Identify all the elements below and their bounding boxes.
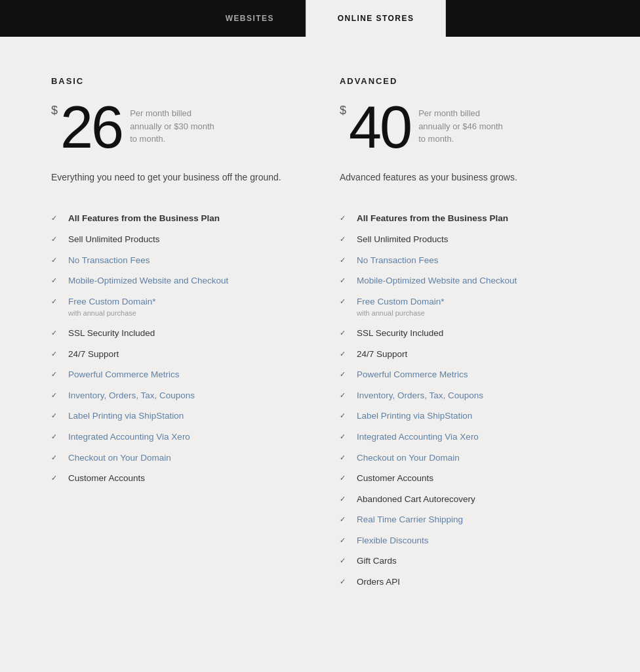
feature-label: SSL Security Included xyxy=(68,327,300,340)
main-content: BASIC $ 26 Per month billed annually or … xyxy=(25,37,615,631)
list-item: ✓ All Features from the Business Plan xyxy=(340,208,589,229)
checkmark-icon: ✓ xyxy=(51,369,60,380)
checkmark-icon: ✓ xyxy=(340,473,349,484)
feature-label: Free Custom Domain* with annual purchase xyxy=(357,295,589,320)
checkmark-icon: ✓ xyxy=(340,453,349,463)
list-item: ✓ Sell Unlimited Products xyxy=(340,229,589,250)
list-item: ✓ Sell Unlimited Products xyxy=(51,229,300,250)
checkmark-icon: ✓ xyxy=(340,577,349,587)
plan-basic-features: ✓ All Features from the Business Plan ✓ … xyxy=(51,208,300,488)
list-item: ✓ Inventory, Orders, Tax, Coupons xyxy=(340,385,589,406)
feature-label: Customer Accounts xyxy=(68,472,300,485)
plan-basic-tagline: Everything you need to get your business… xyxy=(51,170,300,184)
checkmark-icon: ✓ xyxy=(340,411,349,421)
list-item: ✓ SSL Security Included xyxy=(340,323,589,344)
checkmark-icon: ✓ xyxy=(340,255,349,266)
list-item: ✓ Orders API xyxy=(340,572,589,593)
plan-advanced-dollar: $ xyxy=(340,104,346,116)
feature-sub-text: with annual purchase xyxy=(357,308,589,319)
list-item: ✓ Powerful Commerce Metrics xyxy=(51,364,300,385)
list-item: ✓ Label Printing via ShipStation xyxy=(51,406,300,427)
feature-label: Integrated Accounting Via Xero xyxy=(68,430,300,444)
list-item: ✓ Checkout on Your Domain xyxy=(340,448,589,469)
feature-label: 24/7 Support xyxy=(68,348,300,361)
checkmark-icon: ✓ xyxy=(51,349,60,360)
checkmark-icon: ✓ xyxy=(340,213,349,224)
plan-basic-price-row: $ 26 Per month billed annually or $30 mo… xyxy=(51,98,300,157)
list-item: ✓ Integrated Accounting Via Xero xyxy=(51,427,300,448)
feature-link-text: Free Custom Domain* xyxy=(68,297,156,306)
list-item: ✓ 24/7 Support xyxy=(340,344,589,365)
checkmark-icon: ✓ xyxy=(340,390,349,401)
feature-label: Label Printing via ShipStation xyxy=(357,410,589,423)
checkmark-icon: ✓ xyxy=(51,411,60,421)
feature-label: No Transaction Fees xyxy=(68,254,300,267)
checkmark-icon: ✓ xyxy=(340,369,349,380)
checkmark-icon: ✓ xyxy=(51,453,60,463)
top-nav: WEBSITES ONLINE STORES xyxy=(0,0,640,37)
checkmark-icon: ✓ xyxy=(51,276,60,286)
feature-sub-text: with annual purchase xyxy=(68,308,300,319)
list-item: ✓ Mobile-Optimized Website and Checkout xyxy=(51,270,300,291)
checkmark-icon: ✓ xyxy=(51,297,60,307)
checkmark-icon: ✓ xyxy=(340,556,349,566)
list-item: ✓ Free Custom Domain* with annual purcha… xyxy=(51,291,300,324)
list-item: ✓ Real Time Carrier Shipping xyxy=(340,509,589,530)
plan-advanced-number: 40 xyxy=(349,98,410,157)
feature-label: Customer Accounts xyxy=(357,472,589,485)
feature-label: Orders API xyxy=(357,576,589,589)
feature-label: No Transaction Fees xyxy=(357,254,589,267)
feature-label: Mobile-Optimized Website and Checkout xyxy=(68,274,300,287)
feature-label: Integrated Accounting Via Xero xyxy=(357,430,589,444)
plan-advanced-price-row: $ 40 Per month billed annually or $46 mo… xyxy=(340,98,589,157)
list-item: ✓ All Features from the Business Plan xyxy=(51,208,300,229)
list-item: ✓ SSL Security Included xyxy=(51,323,300,344)
checkmark-icon: ✓ xyxy=(51,432,60,442)
checkmark-icon: ✓ xyxy=(340,234,349,245)
feature-label: Checkout on Your Domain xyxy=(357,452,589,465)
feature-label: Powerful Commerce Metrics xyxy=(68,368,300,381)
feature-label: 24/7 Support xyxy=(357,348,589,361)
plan-advanced-desc: Per month billed annually or $46 month t… xyxy=(418,107,504,146)
checkmark-icon: ✓ xyxy=(340,297,349,307)
list-item: ✓ Gift Cards xyxy=(340,551,589,572)
list-item: ✓ Powerful Commerce Metrics xyxy=(340,364,589,385)
tab-online-stores[interactable]: ONLINE STORES xyxy=(306,0,447,37)
checkmark-icon: ✓ xyxy=(51,390,60,401)
feature-label: Checkout on Your Domain xyxy=(68,452,300,465)
list-item: ✓ Customer Accounts xyxy=(51,468,300,489)
feature-label: All Features from the Business Plan xyxy=(357,212,589,225)
checkmark-icon: ✓ xyxy=(340,349,349,360)
feature-label: Powerful Commerce Metrics xyxy=(357,368,589,381)
checkmark-icon: ✓ xyxy=(340,514,349,525)
list-item: ✓ No Transaction Fees xyxy=(51,250,300,271)
checkmark-icon: ✓ xyxy=(340,494,349,505)
plan-basic: BASIC $ 26 Per month billed annually or … xyxy=(51,76,300,592)
plan-advanced: ADVANCED $ 40 Per month billed annually … xyxy=(340,76,589,592)
feature-label: Gift Cards xyxy=(357,555,589,568)
feature-label: Mobile-Optimized Website and Checkout xyxy=(357,274,589,287)
list-item: ✓ Inventory, Orders, Tax, Coupons xyxy=(51,385,300,406)
plans-grid: BASIC $ 26 Per month billed annually or … xyxy=(51,76,589,592)
list-item: ✓ Free Custom Domain* with annual purcha… xyxy=(340,291,589,324)
list-item: ✓ 24/7 Support xyxy=(51,344,300,365)
feature-label: SSL Security Included xyxy=(357,327,589,340)
plan-basic-number: 26 xyxy=(60,98,122,157)
plan-basic-dollar: $ xyxy=(51,104,58,116)
checkmark-icon: ✓ xyxy=(51,255,60,266)
plan-basic-desc: Per month billed annually or $30 month t… xyxy=(130,107,215,146)
feature-label: Inventory, Orders, Tax, Coupons xyxy=(357,389,589,402)
list-item: ✓ Customer Accounts xyxy=(340,468,589,489)
plan-advanced-title: ADVANCED xyxy=(340,76,589,86)
feature-label: Abandoned Cart Autorecovery xyxy=(357,493,589,506)
feature-label: Free Custom Domain* with annual purchase xyxy=(68,295,300,320)
list-item: ✓ Flexible Discounts xyxy=(340,530,589,551)
feature-label: All Features from the Business Plan xyxy=(68,212,300,225)
plan-basic-title: BASIC xyxy=(51,76,300,86)
feature-label: Sell Unlimited Products xyxy=(357,233,589,246)
feature-label: Sell Unlimited Products xyxy=(68,233,300,246)
tab-websites[interactable]: WEBSITES xyxy=(194,0,306,37)
checkmark-icon: ✓ xyxy=(340,328,349,339)
checkmark-icon: ✓ xyxy=(51,328,60,339)
feature-label: Real Time Carrier Shipping xyxy=(357,513,589,526)
